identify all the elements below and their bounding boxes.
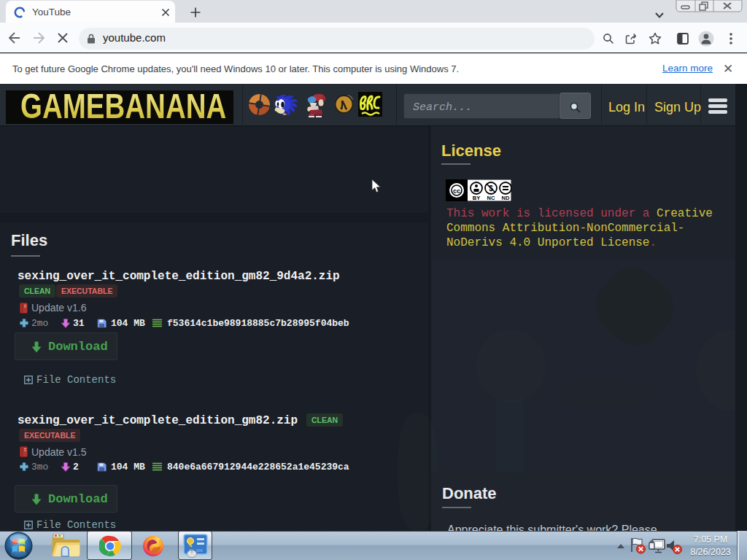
svg-text:NC: NC bbox=[487, 195, 495, 201]
svg-text:ND: ND bbox=[502, 195, 510, 201]
svg-text:cc: cc bbox=[453, 187, 460, 195]
svg-text:BY: BY bbox=[473, 195, 480, 201]
